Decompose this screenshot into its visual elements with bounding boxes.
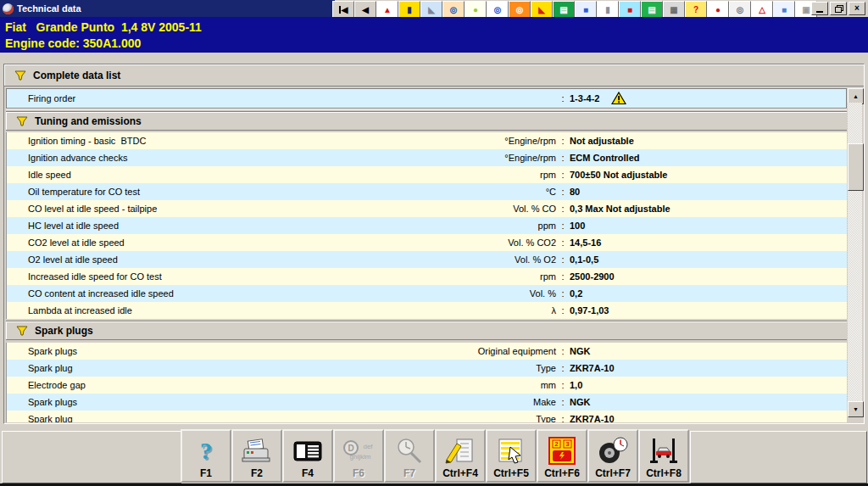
content-panel: Complete data list Firing order : 1-3-4-… [3, 64, 865, 424]
printer-icon [241, 434, 273, 468]
complete-data-list-header[interactable]: Complete data list [4, 64, 864, 87]
data-list-icon [292, 434, 324, 468]
data-list-button[interactable]: F4 [282, 429, 333, 483]
table-row: Increased idle speed for CO testrpm:2500… [6, 268, 847, 285]
toolbar-abs-icon[interactable]: △ [751, 1, 773, 19]
toolbar-lift-icon[interactable]: ▤ [553, 1, 575, 19]
toolbar-srs-airbag-icon[interactable]: ● [707, 1, 729, 19]
arrow-up-icon: ▲ [853, 93, 859, 99]
minimize-icon [816, 11, 823, 13]
function-buttons: ? F1 F2 F4 Ddefghijklm F6 [181, 429, 689, 483]
toolbar-keypad-icon[interactable]: ▦ [663, 1, 685, 19]
section-arrow-icon [16, 115, 28, 126]
table-row: Oil temperature for CO test°C:80 [6, 183, 847, 200]
toolbar-printer-icon[interactable]: ▤ [641, 1, 663, 19]
svg-text:def: def [363, 443, 373, 450]
list-title: Complete data list [33, 70, 120, 81]
close-button[interactable]: × [849, 2, 865, 15]
table-row: O2 level at idle speedVol. % O2:0,1-0,5 [6, 251, 847, 268]
engine-data-button[interactable]: 23 Ctrl+F6 [537, 429, 587, 483]
toolbar-globe-gauge-icon[interactable]: ◎ [442, 1, 465, 19]
scroll-down-button[interactable]: ▼ [848, 401, 864, 417]
help-button[interactable]: ? F1 [181, 429, 231, 483]
table-row: CO2 level at idle speedVol. % CO2:14,5-1… [6, 234, 847, 251]
svg-text:ghijklm: ghijklm [350, 453, 371, 461]
toolbar-warning-icon[interactable]: ▲ [376, 1, 398, 19]
scrollbar-track[interactable] [848, 103, 862, 403]
title-bar-caption: Technical data [0, 0, 335, 17]
table-row: CO level at idle speed - tailpipeVol. % … [6, 200, 847, 217]
title-bar: Technical data ◀ ◀ ▲ ▮ ◣ ◎ ● ◎ ◎ ◣ ▤ ■ ▮… [0, 0, 868, 17]
section-header-tuning[interactable]: Tuning and emissions [6, 111, 847, 131]
restore-icon [835, 5, 843, 12]
select-hand-icon [495, 434, 527, 468]
magnifier-icon [393, 434, 426, 468]
toolbar-spark-plug-icon[interactable]: ▮ [597, 1, 619, 19]
window-title: Technical data [17, 3, 81, 14]
toolbar-car-diagram-icon[interactable]: ■ [773, 1, 795, 19]
svg-text:2: 2 [554, 440, 559, 448]
toolbar-right-panel [690, 431, 867, 483]
car-lift-icon [648, 434, 680, 468]
toolbar-car-question-icon[interactable]: ? [685, 1, 707, 19]
table-row: Ignition advance checks°Engine/rpm:ECM C… [6, 149, 847, 166]
lexicon-icon: Ddefghijklm [340, 434, 377, 468]
section-arrow-icon [14, 70, 26, 81]
firing-order-row: Firing order : 1-3-4-2 [6, 88, 847, 109]
toolbar-ramp-icon[interactable]: ◣ [531, 1, 553, 19]
toolbar-wheel-icon[interactable]: ◎ [487, 1, 509, 19]
help-question-icon: ? [200, 434, 212, 468]
table-row: HC level at idle speedppm:100 [6, 217, 847, 234]
toolbar-tools-icon[interactable]: ◣ [420, 1, 442, 19]
scrollbar-thumb[interactable] [848, 143, 864, 191]
window-controls: × [811, 2, 865, 15]
table-row: Ignition timing - basic BTDC°Engine/rpm:… [6, 132, 847, 149]
table-row: Idle speedrpm:700±50 Not adjustable [6, 166, 847, 183]
notes-button[interactable]: Ctrl+F4 [435, 429, 486, 483]
minimize-button[interactable] [811, 2, 828, 15]
toolbar-nav-first-icon[interactable]: ◀ [332, 1, 354, 19]
section-arrow-icon [16, 325, 28, 336]
svg-text:3: 3 [565, 440, 570, 448]
table-row: Spark plugsMake:NGK [6, 394, 847, 411]
toolbar-gauges-icon[interactable]: ◎ [509, 1, 531, 19]
svg-text:D: D [348, 444, 353, 453]
lexicon-button: Ddefghijklm F6 [333, 429, 384, 483]
print-button[interactable]: F2 [231, 429, 282, 483]
car-lift-button[interactable]: Ctrl+F8 [638, 429, 689, 483]
toolbar-nav-back-icon[interactable]: ◀ [354, 1, 376, 19]
wheels-tyres-button[interactable]: Ctrl+F7 [587, 429, 638, 483]
vertical-scrollbar[interactable]: ▲ ▼ [848, 88, 862, 417]
table-row: CO content at increased idle speedVol. %… [6, 285, 847, 302]
toolbar-diagnostic-tester-icon[interactable]: ▮ [398, 1, 420, 19]
bottom-toolbar: ? F1 F2 F4 Ddefghijklm F6 [0, 428, 868, 483]
application-window: Technical data ◀ ◀ ▲ ▮ ◣ ◎ ● ◎ ◎ ◣ ▤ ■ ▮… [0, 0, 868, 486]
table-row: Lambda at increased idleλ:0,97-1,03 [6, 302, 847, 319]
toolbar-truck-icon[interactable]: ■ [575, 1, 597, 19]
toolbar-left-panel [2, 431, 181, 483]
table-row: Spark plugsOriginal equipment:NGK [6, 343, 847, 360]
clipped-row: Spark plugType:ZKR7A-10 [6, 411, 847, 422]
vehicle-header: Fiat Grande Punto 1,4 8V 2005-11 Engine … [0, 17, 868, 53]
warning-triangle-icon[interactable] [611, 92, 626, 105]
table-row: Spark plugType:ZKR7A-10 [6, 411, 847, 422]
select-data-button[interactable]: Ctrl+F5 [486, 429, 537, 483]
section-header-spark-plugs[interactable]: Spark plugs [6, 321, 847, 340]
arrow-down-icon: ▼ [853, 406, 859, 412]
wheel-gauge-icon [597, 434, 629, 468]
table-row: Spark plugType:ZKR7A-10 [6, 360, 847, 377]
engine-code: Engine code: 350A1.000 [5, 36, 868, 52]
data-rows-area: Firing order : 1-3-4-2 Tuning and emissi… [6, 88, 847, 422]
toolbar-mouse-icon[interactable]: ● [465, 1, 487, 19]
edit-note-icon [444, 434, 476, 468]
toolbar-battery-23-icon[interactable]: ■ [619, 1, 641, 19]
restore-button[interactable] [830, 2, 847, 15]
toolbar-ac-compressor-icon[interactable]: ◎ [729, 1, 751, 19]
top-toolbar: ◀ ◀ ▲ ▮ ◣ ◎ ● ◎ ◎ ◣ ▤ ■ ▮ ■ ▤ ▦ ? ● ◎ △ … [332, 0, 817, 17]
table-row: Electrode gapmm:1,0 [6, 377, 847, 394]
search-button: F7 [384, 429, 435, 483]
close-icon: × [854, 4, 860, 13]
engine-icon: 23 [546, 434, 578, 468]
app-logo-icon [3, 3, 14, 14]
vehicle-title: Fiat Grande Punto 1,4 8V 2005-11 [5, 20, 868, 36]
